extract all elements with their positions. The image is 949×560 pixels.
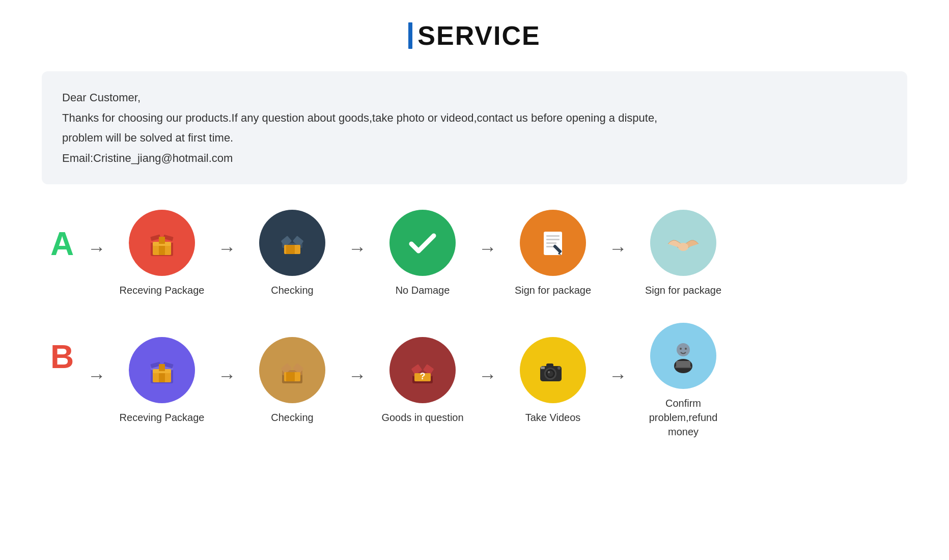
page-title: SERVICE: [417, 20, 540, 51]
icon-confirm-problem: [650, 323, 716, 389]
flow-row-a: A →: [42, 210, 907, 297]
svg-rect-51: [541, 367, 545, 369]
step-label-sign-b: Sign for package: [645, 283, 721, 297]
arrow-b3: →: [473, 365, 502, 386]
svg-rect-17: [546, 239, 560, 240]
step-checking-b: Checking: [241, 337, 343, 425]
svg-rect-19: [546, 246, 554, 247]
page-title-container: SERVICE: [408, 20, 540, 51]
svg-rect-14: [290, 245, 295, 254]
svg-rect-57: [676, 361, 690, 367]
arrow-a0: →: [82, 238, 111, 259]
icon-goods-question: ?: [389, 337, 456, 403]
icon-sign-a: [520, 210, 586, 276]
info-box: Dear Customer, Thanks for choosing our p…: [42, 71, 907, 184]
info-line-3: problem will be solved at first time.: [62, 128, 887, 148]
step-label-take-videos: Take Videos: [525, 410, 581, 425]
svg-rect-37: [290, 372, 295, 381]
svg-rect-16: [546, 235, 560, 237]
arrow-b4: →: [604, 365, 632, 386]
step-receiving-a: Receving Package: [111, 210, 213, 297]
arrow-b1: →: [213, 365, 241, 386]
step-checking-a: Checking: [241, 210, 343, 297]
arrow-a4: →: [604, 238, 632, 259]
arrow-a3: →: [473, 238, 502, 259]
step-label-sign-a: Sign for package: [515, 283, 591, 297]
icon-receiving-b: [129, 337, 195, 403]
icon-sign-b: [650, 210, 716, 276]
icon-receiving-a: [129, 210, 195, 276]
step-label-checking-b: Checking: [271, 410, 313, 425]
step-label-confirm-problem: Confirm problem,refund money: [637, 396, 729, 439]
step-confirm-problem: Confirm problem,refund money: [632, 323, 734, 439]
step-label-no-damage: No Damage: [396, 283, 450, 297]
svg-point-50: [557, 367, 561, 370]
svg-text:?: ?: [420, 371, 426, 381]
step-sign-b: Sign for package: [632, 210, 734, 297]
info-line-2: Thanks for choosing our products.If any …: [62, 108, 887, 128]
svg-point-52: [677, 343, 690, 356]
arrow-b2: →: [343, 365, 372, 386]
step-receiving-b: Receving Package: [111, 337, 213, 425]
svg-point-22: [678, 243, 688, 251]
step-no-damage: No Damage: [372, 210, 473, 297]
row-label-a: A: [42, 210, 82, 263]
title-accent-bar: [408, 22, 412, 49]
step-sign-a: Sign for package: [502, 210, 604, 297]
row-label-b: B: [42, 323, 82, 376]
step-label-goods-question: Goods in question: [381, 410, 463, 425]
icon-checking-a: [259, 210, 325, 276]
info-line-4: Email:Cristine_jiang@hotmail.com: [62, 148, 887, 169]
step-label-checking-a: Checking: [271, 283, 313, 297]
svg-point-54: [680, 348, 682, 350]
info-line-1: Dear Customer,: [62, 88, 887, 108]
svg-rect-7: [159, 237, 165, 244]
svg-point-55: [685, 348, 687, 350]
arrow-b0: →: [82, 365, 111, 386]
icon-no-damage: [389, 210, 456, 276]
icon-take-videos: [520, 337, 586, 403]
step-goods-question: ? Goods in question: [372, 337, 473, 425]
svg-rect-49: [546, 363, 553, 367]
step-label-receiving-a: Receving Package: [120, 283, 205, 297]
svg-point-48: [548, 371, 550, 373]
arrow-a1: →: [213, 238, 241, 259]
svg-rect-18: [546, 242, 556, 244]
flow-section: A →: [42, 210, 907, 444]
flow-row-b: B → Receving Package: [42, 323, 907, 439]
arrow-a2: →: [343, 238, 372, 259]
step-label-receiving-b: Receving Package: [120, 410, 205, 425]
svg-rect-30: [159, 364, 165, 371]
step-take-videos: Take Videos: [502, 337, 604, 425]
icon-checking-b: [259, 337, 325, 403]
